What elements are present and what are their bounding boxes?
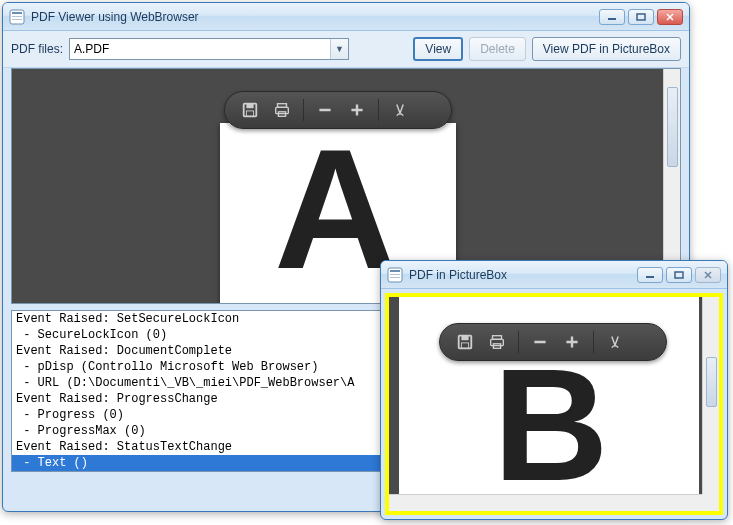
svg-rect-9 (246, 104, 253, 109)
svg-rect-3 (12, 19, 22, 20)
picturebox[interactable]: B (385, 293, 723, 515)
app-icon (9, 9, 25, 25)
chevron-down-icon: ▼ (330, 39, 348, 59)
close-button[interactable] (695, 267, 721, 283)
close-button[interactable] (657, 9, 683, 25)
separator (378, 99, 379, 121)
svg-rect-18 (390, 270, 400, 272)
file-select-value: A.PDF (70, 42, 330, 56)
svg-rect-22 (675, 272, 683, 278)
toolbar: PDF files: A.PDF ▼ View Delete View PDF … (3, 31, 689, 68)
minimize-button[interactable] (637, 267, 663, 283)
maximize-button[interactable] (666, 267, 692, 283)
separator (303, 99, 304, 121)
window-controls (599, 9, 683, 25)
window-controls (637, 267, 721, 283)
picturebox-scrollbar-h[interactable] (389, 494, 702, 511)
titlebar[interactable]: PDF in PictureBox (381, 261, 727, 289)
file-select[interactable]: A.PDF ▼ (69, 38, 349, 60)
svg-rect-26 (461, 336, 468, 341)
print-icon[interactable] (271, 99, 293, 121)
svg-rect-1 (12, 12, 22, 14)
view-picturebox-button[interactable]: View PDF in PictureBox (532, 37, 681, 61)
minimize-button[interactable] (599, 9, 625, 25)
save-icon[interactable] (239, 99, 261, 121)
svg-rect-20 (390, 277, 400, 278)
zoom-out-icon[interactable] (314, 99, 336, 121)
pdf-page: B (399, 297, 699, 515)
window-title: PDF Viewer using WebBrowser (31, 10, 599, 24)
titlebar[interactable]: PDF Viewer using WebBrowser (3, 3, 689, 31)
page-content-glyph: A (274, 111, 397, 304)
svg-rect-12 (276, 107, 289, 113)
picturebox-window: PDF in PictureBox B (380, 260, 728, 520)
acrobat-icon[interactable] (389, 99, 411, 121)
save-icon[interactable] (454, 331, 476, 353)
app-icon (387, 267, 403, 283)
delete-button: Delete (469, 37, 526, 61)
zoom-in-icon[interactable] (346, 99, 368, 121)
maximize-button[interactable] (628, 9, 654, 25)
page-content-glyph: B (493, 333, 609, 515)
svg-rect-19 (390, 274, 400, 275)
scrollbar-corner (702, 494, 719, 511)
pdf-files-label: PDF files: (11, 42, 63, 56)
view-button[interactable]: View (413, 37, 463, 61)
window-title: PDF in PictureBox (409, 268, 637, 282)
picturebox-scrollbar-v[interactable] (702, 297, 719, 494)
pdf-controls (224, 91, 452, 129)
svg-rect-2 (12, 16, 22, 17)
svg-rect-5 (637, 14, 645, 20)
